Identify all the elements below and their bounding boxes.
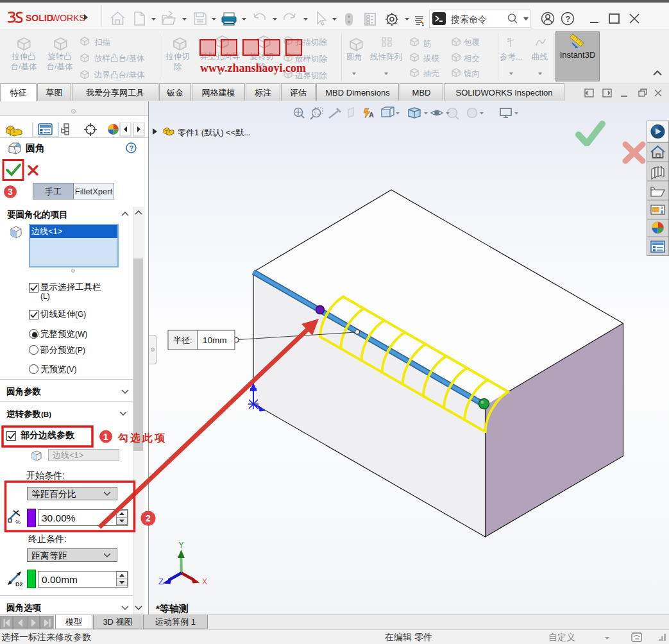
svg-text:Y: Y [179,541,184,550]
svg-text:10mm: 10mm [203,335,227,345]
svg-text:?: ? [566,14,571,24]
svg-text:D2: D2 [15,581,23,587]
svg-text:X: X [202,577,207,586]
svg-text:%: % [15,519,21,525]
svg-text:SOLID: SOLID [26,13,53,23]
svg-text:Z: Z [158,577,164,586]
svg-text:?: ? [130,144,134,152]
svg-text:半径:: 半径: [173,335,192,345]
svg-text:WORKS: WORKS [51,13,85,23]
